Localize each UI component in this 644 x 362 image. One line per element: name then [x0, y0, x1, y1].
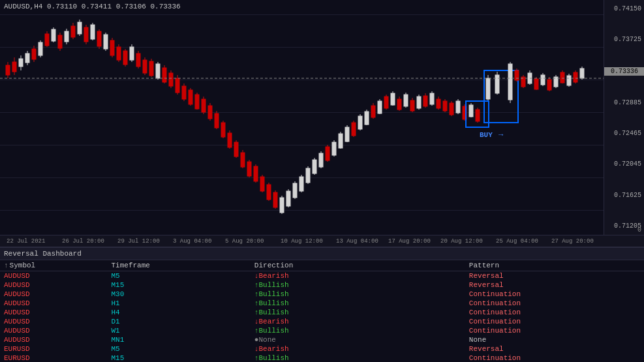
svg-rect-145: [476, 110, 480, 121]
cell-symbol: EURUSD: [0, 344, 108, 354]
cell-pattern: Continuation: [465, 354, 644, 362]
svg-rect-21: [71, 26, 75, 37]
svg-rect-37: [123, 51, 127, 65]
svg-rect-5: [19, 59, 23, 67]
svg-rect-7: [25, 53, 29, 63]
svg-rect-155: [508, 64, 512, 100]
svg-rect-55: [182, 86, 186, 99]
time-label: 20 Aug 12:00: [440, 238, 483, 245]
cell-symbol: AUDUSD: [0, 326, 108, 335]
cell-pattern: Reversal: [465, 271, 644, 281]
svg-rect-1: [6, 65, 10, 75]
svg-rect-127: [417, 97, 421, 108]
cell-direction: ↑Bullish: [251, 280, 465, 290]
table-row: AUDUSDH4↑BullishContinuation: [0, 308, 644, 317]
svg-rect-173: [567, 76, 571, 85]
table-row: AUDUSDM5↓BearishReversal: [0, 271, 644, 281]
svg-rect-148: [486, 78, 490, 99]
price-label-4: 0.72885: [604, 99, 644, 106]
cell-symbol: AUDUSD: [0, 335, 108, 344]
col-header-direction: Direction: [251, 260, 465, 271]
time-label: 10 Aug 12:00: [281, 238, 323, 245]
svg-rect-97: [319, 153, 323, 167]
svg-rect-121: [397, 99, 401, 110]
table-row: AUDUSDMN1●NoneNone: [0, 335, 644, 344]
chart-title: AUDUSD,H4 0.73110 0.73411 0.73106 0.7333…: [4, 3, 181, 10]
cell-direction: ↑Bullish: [251, 326, 465, 335]
svg-rect-9: [32, 49, 36, 59]
cell-direction: ↑Bullish: [251, 290, 465, 299]
cell-timeframe: M30: [108, 290, 251, 299]
svg-rect-93: [306, 168, 310, 183]
svg-rect-89: [293, 183, 297, 198]
svg-rect-125: [410, 100, 414, 111]
svg-rect-57: [189, 90, 192, 104]
svg-rect-137: [450, 103, 453, 115]
cell-direction: ↓Bearish: [251, 344, 465, 354]
time-label: 5 Aug 20:00: [225, 238, 264, 245]
svg-rect-43: [143, 60, 147, 73]
svg-rect-157: [515, 70, 519, 80]
cell-pattern: Continuation: [465, 326, 644, 335]
svg-rect-109: [358, 116, 362, 129]
time-label: 13 Aug 04:00: [336, 238, 378, 245]
svg-rect-129: [423, 96, 427, 106]
time-label: 26 Jul 20:00: [62, 238, 104, 245]
cell-timeframe: D1: [108, 317, 251, 326]
cell-symbol: AUDUSD: [0, 308, 108, 317]
cell-timeframe: M15: [108, 354, 251, 362]
svg-rect-91: [299, 177, 303, 191]
time-label: 29 Jul 12:00: [117, 238, 160, 245]
table-row: AUDUSDH1↑BullishContinuation: [0, 299, 644, 308]
table-row: EURUSDM5↓BearishReversal: [0, 344, 644, 354]
time-label: 27 Aug 20:00: [551, 238, 594, 245]
svg-rect-59: [195, 95, 199, 109]
table-row: AUDUSDM30↑BullishContinuation: [0, 290, 644, 299]
svg-rect-103: [339, 134, 343, 148]
time-axis: 22 Jul 202126 Jul 20:0029 Jul 12:003 Aug…: [0, 235, 644, 247]
svg-rect-135: [443, 101, 447, 111]
cell-timeframe: H1: [108, 299, 251, 308]
table-row: EURUSDM15↑BullishContinuation: [0, 354, 644, 362]
cell-timeframe: M5: [108, 344, 251, 354]
cell-pattern: Reversal: [465, 344, 644, 354]
cell-pattern: Reversal: [465, 280, 644, 290]
svg-rect-45: [149, 61, 153, 76]
cell-direction: ↑Bullish: [251, 354, 465, 362]
svg-rect-63: [208, 106, 212, 119]
cell-pattern: Continuation: [465, 317, 644, 326]
svg-rect-133: [437, 99, 440, 108]
time-label: 17 Aug 20:00: [388, 238, 431, 245]
svg-rect-111: [365, 112, 369, 125]
svg-rect-61: [202, 99, 206, 112]
price-label-6: 0.72045: [604, 160, 644, 168]
svg-rect-131: [430, 93, 434, 104]
svg-rect-23: [78, 22, 82, 34]
svg-rect-150: [495, 75, 499, 93]
svg-rect-15: [52, 29, 55, 41]
time-label: 22 Jul 2021: [7, 238, 45, 245]
price-axis: 0.74150 0.73725 0.73336 0.72885 0.72465 …: [604, 0, 644, 235]
svg-rect-53: [176, 78, 179, 93]
price-label-5: 0.72465: [604, 130, 644, 137]
svg-rect-99: [326, 147, 330, 160]
svg-rect-107: [352, 123, 356, 136]
svg-rect-165: [541, 75, 545, 85]
cell-direction: ↓Bearish: [251, 317, 465, 326]
svg-rect-117: [384, 97, 388, 108]
chart-area: AUDUSD,H4 0.73110 0.73411 0.73106 0.7333…: [0, 0, 644, 235]
svg-rect-105: [345, 127, 349, 142]
svg-rect-27: [91, 25, 95, 39]
svg-rect-95: [313, 160, 316, 173]
svg-rect-13: [45, 34, 49, 46]
svg-rect-83: [273, 192, 277, 207]
svg-rect-51: [169, 73, 173, 86]
col-header-pattern: Pattern: [465, 260, 644, 271]
dashboard-title: Reversal Dashboard: [0, 248, 644, 260]
svg-rect-139: [456, 101, 460, 113]
svg-rect-67: [221, 123, 225, 137]
cell-symbol: AUDUSD: [0, 299, 108, 308]
cell-pattern: None: [465, 335, 644, 344]
svg-rect-39: [130, 47, 134, 60]
svg-rect-17: [58, 35, 62, 48]
